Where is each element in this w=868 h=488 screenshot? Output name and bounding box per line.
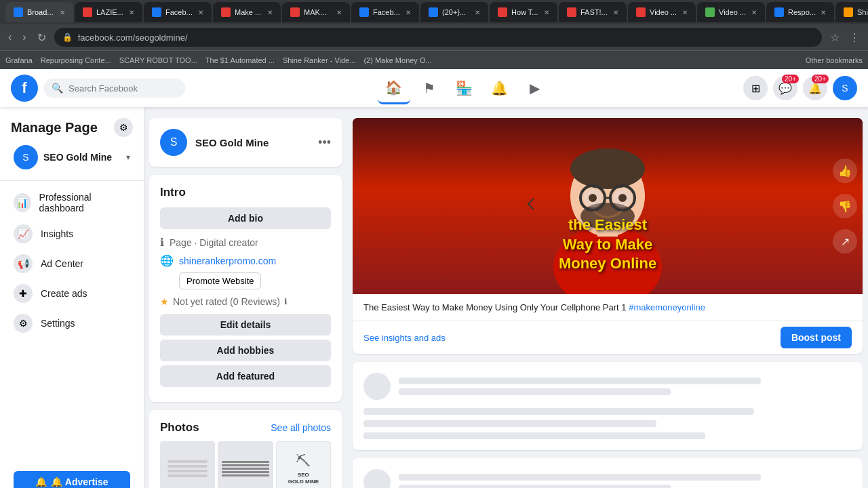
tab-bar: Broad... ✕ LAZIE... ✕ Faceb... ✕ Make ..… — [0, 0, 868, 24]
website-row: 🌐 shinerankerpromo.com — [160, 254, 331, 267]
tab-fb2[interactable]: Faceb... ✕ — [351, 2, 419, 22]
photo-item[interactable] — [160, 441, 215, 488]
tab-shine[interactable]: Shine... ✕ — [835, 2, 868, 22]
tab-howto[interactable]: How T... ✕ — [490, 2, 557, 22]
tab-video1[interactable]: Video ... ✕ — [628, 2, 696, 22]
tab-close-icon[interactable]: ✕ — [613, 9, 618, 16]
video-like-button[interactable]: 👍 — [833, 159, 857, 183]
browser-menu-icon[interactable]: ⋮ — [846, 28, 863, 47]
browser-controls-right: ☆ ⋮ — [827, 28, 863, 47]
fb-bell-nav-icon[interactable]: 🔔 — [484, 72, 516, 104]
see-all-photos-link[interactable]: See all photos — [271, 422, 331, 433]
sidebar-item-label: Ad Center — [41, 258, 83, 269]
add-bio-button[interactable]: Add bio — [160, 207, 331, 229]
search-input[interactable] — [68, 83, 177, 94]
tab-respo[interactable]: Respo... ✕ — [766, 2, 834, 22]
tab-close-icon[interactable]: ✕ — [544, 9, 549, 16]
tab-close-icon[interactable]: ✕ — [336, 9, 342, 16]
page-name: SEO Gold Mine — [195, 137, 269, 148]
sidebar-item-ad-center[interactable]: 📢 Ad Center — [3, 249, 141, 279]
tab-make2[interactable]: MAKE ... ✕ — [282, 2, 350, 22]
hashtag-text[interactable]: #makemoneyonline — [629, 302, 705, 312]
chevron-down-icon: ▾ — [126, 152, 130, 162]
tab-lazie[interactable]: LAZIE... ✕ — [75, 2, 142, 22]
tab-make1[interactable]: Make ... ✕ — [213, 2, 281, 22]
tab-close-icon[interactable]: ✕ — [821, 9, 826, 16]
sidebar-settings-button[interactable]: ⚙ — [114, 118, 133, 137]
photos-section: Photos See all photos — [149, 410, 342, 488]
bookmark-automated[interactable]: The $1 Automated ... — [205, 56, 275, 64]
boost-post-button[interactable]: Boost post — [781, 327, 852, 348]
page-avatar: S — [160, 129, 187, 156]
edit-details-button[interactable]: Edit details — [160, 314, 331, 336]
tab-20plus[interactable]: (20+}... ✕ — [420, 2, 488, 22]
tab-label: Shine... — [857, 8, 868, 16]
content-area: S SEO Gold Mine ••• Intro Add bio ℹ Page… — [144, 107, 868, 488]
tab-video2[interactable]: Video ... ✕ — [697, 2, 765, 22]
promote-website-button[interactable]: Promote Website — [179, 272, 261, 289]
sidebar-item-insights[interactable]: 📈 Insights — [3, 219, 141, 249]
photo-item[interactable]: ⛏ SEOGOLD MINE — [276, 441, 331, 488]
svg-point-3 — [570, 148, 645, 189]
tab-label: (20+}... — [442, 8, 466, 16]
sidebar-item-professional-dashboard[interactable]: 📊 Professional dashboard — [3, 186, 141, 219]
fb-store-nav-icon[interactable]: 🏪 — [448, 72, 481, 104]
sidebar-header: Manage Page ⚙ — [0, 113, 144, 140]
add-featured-button[interactable]: Add featured — [160, 365, 331, 387]
fb-notifications-button[interactable]: 🔔 20+ — [803, 76, 827, 100]
fb-messenger-button[interactable]: 💬 20+ — [773, 76, 797, 100]
tab-close-icon[interactable]: ✕ — [475, 9, 480, 16]
placeholder-line — [363, 408, 754, 415]
tab-close-icon[interactable]: ✕ — [60, 9, 65, 16]
middle-column: S SEO Gold Mine ••• Intro Add bio ℹ Page… — [144, 107, 347, 488]
back-button[interactable]: ‹ — [5, 28, 14, 46]
bookmark-robot[interactable]: SCARY ROBOT TOO... — [119, 56, 197, 64]
tab-close-icon[interactable]: ✕ — [406, 9, 411, 16]
browser-frame: Broad... ✕ LAZIE... ✕ Faceb... ✕ Make ..… — [0, 0, 868, 69]
advertise-button[interactable]: 🔔 🔔 Advertise — [14, 471, 130, 488]
tab-close-icon[interactable]: ✕ — [198, 9, 203, 16]
tab-broadcast[interactable]: Broad... ✕ — [5, 2, 73, 22]
tab-favicon — [83, 7, 92, 17]
bookmark-shine[interactable]: Shine Ranker - Vide... — [283, 56, 355, 64]
bookmark-star-icon[interactable]: ☆ — [827, 28, 842, 47]
placeholder-line — [399, 485, 671, 488]
bookmark-grafana[interactable]: Grafana — [5, 56, 33, 64]
page-options-button[interactable]: ••• — [318, 136, 331, 150]
website-link[interactable]: shinerankerpromo.com — [179, 256, 276, 266]
tab-facebook[interactable]: Faceb... ✕ — [144, 2, 212, 22]
tab-label: LAZIE... — [96, 8, 123, 16]
fb-flag-nav-icon[interactable]: ⚑ — [413, 72, 446, 104]
bookmark-repurposing[interactable]: Repurposing Conte... — [41, 56, 111, 64]
tab-fast[interactable]: FAST!... ✕ — [559, 2, 627, 22]
sidebar-account-item[interactable]: S SEO Gold Mine ▾ — [3, 140, 141, 175]
add-hobbies-button[interactable]: Add hobbies — [160, 340, 331, 361]
bookmark-other[interactable]: Other bookmarks — [806, 56, 863, 64]
fb-apps-button[interactable]: ⊞ — [743, 76, 768, 100]
dashboard-icon: 📊 — [14, 193, 31, 212]
tab-close-icon[interactable]: ✕ — [129, 9, 134, 16]
tab-close-icon[interactable]: ✕ — [267, 9, 273, 16]
tab-favicon — [152, 7, 161, 17]
bookmark-make-money[interactable]: (2) Make Money O... — [363, 56, 431, 64]
video-dislike-button[interactable]: 👎 — [833, 194, 857, 218]
sidebar-item-create-ads[interactable]: ✚ Create ads — [3, 279, 141, 308]
forward-button[interactable]: › — [20, 28, 28, 46]
video-share-button[interactable]: ↗ — [833, 229, 857, 253]
tab-label: Video ... — [650, 8, 677, 16]
address-bar[interactable]: 🔒 facebook.com/seogoldmine/ — [54, 28, 822, 47]
fb-user-avatar[interactable]: S — [833, 76, 857, 100]
refresh-button[interactable]: ↻ — [35, 28, 49, 47]
tab-favicon — [14, 7, 23, 17]
tab-close-icon[interactable]: ✕ — [751, 9, 757, 16]
see-insights-and-ads-link[interactable]: See insights and ads — [363, 333, 446, 343]
notifications-badge: 20+ — [812, 75, 829, 83]
fb-play-nav-icon[interactable]: ▶ — [519, 72, 551, 104]
tab-close-icon[interactable]: ✕ — [682, 9, 688, 16]
rating-row: ★ Not yet rated (0 Reviews) ℹ — [160, 296, 331, 307]
photo-item[interactable] — [218, 441, 273, 488]
fb-search-bar[interactable]: 🔍 — [43, 79, 185, 98]
fb-home-nav-icon[interactable]: 🏠 — [378, 72, 410, 104]
account-avatar: S — [14, 145, 38, 169]
sidebar-item-settings[interactable]: ⚙ Settings — [3, 308, 141, 338]
